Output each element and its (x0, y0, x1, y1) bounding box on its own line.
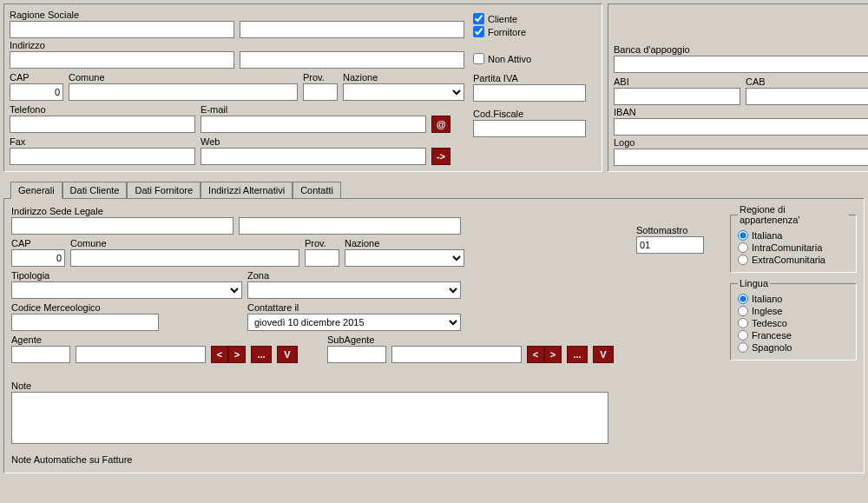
agente-name-input[interactable] (76, 346, 206, 363)
contattare-label: Contattare il (247, 302, 461, 313)
regione-extra-label: ExtraComunitaria (752, 255, 825, 265)
lingua-italiano-label: Italiano (752, 294, 782, 304)
tab-pane-generali: Indirizzo Sede Legale CAP Comune Prov. (3, 198, 865, 473)
fornitore-checkbox[interactable] (473, 26, 484, 37)
logo-label: Logo (614, 137, 868, 148)
regione-group: Regione di appartenenza' Italiana IntraC… (730, 204, 857, 273)
indirizzo-1-input[interactable] (10, 51, 234, 69)
cod-merce-input[interactable] (11, 314, 159, 331)
telefono-input[interactable] (10, 116, 195, 133)
contattare-select[interactable]: giovedì 10 dicembre 2015 (247, 314, 461, 331)
subagente-v-button[interactable]: V (593, 346, 614, 363)
prov-label: Prov. (303, 72, 338, 83)
note-auto-label: Note Automatiche su Fatture (11, 454, 619, 465)
ragione-sociale-2-input[interactable] (240, 21, 464, 38)
tab-indirizzi-alternativi[interactable]: Indirizzi Alternativi (201, 182, 293, 198)
agente-prev-button[interactable]: < (211, 346, 228, 363)
zona-select[interactable] (247, 281, 461, 299)
cab-input[interactable] (746, 88, 868, 105)
lingua-francese-radio[interactable] (738, 330, 748, 341)
ragione-sociale-1-input[interactable] (10, 21, 234, 38)
abi-input[interactable] (614, 88, 740, 105)
cap-input[interactable] (10, 83, 63, 101)
indirizzo-2-input[interactable] (240, 51, 464, 69)
cliente-label: Cliente (488, 14, 517, 24)
sede-legale-2-input[interactable] (239, 217, 461, 235)
web-go-button[interactable]: -> (431, 148, 450, 165)
tab-dati-cliente[interactable]: Dati Cliente (62, 182, 128, 198)
web-input[interactable] (201, 148, 426, 165)
regione-extra-radio[interactable] (738, 255, 748, 265)
subagente-code-input[interactable] (327, 346, 386, 363)
subagente-prev-button[interactable]: < (527, 346, 544, 363)
subagente-label: SubAgente (327, 334, 386, 345)
prov-input[interactable] (303, 83, 338, 101)
banca-panel: Codice 1 Banca d'appoggio ... ABI CAB C/… (608, 3, 868, 172)
non-attivo-checkbox[interactable] (473, 53, 484, 64)
lingua-francese-label: Francese (752, 330, 792, 341)
pane-comune-input[interactable] (70, 249, 299, 267)
lingua-tedesco-radio[interactable] (738, 318, 748, 328)
partita-iva-input[interactable] (473, 84, 586, 102)
cap-label: CAP (10, 72, 63, 83)
pane-cap-input[interactable] (11, 249, 65, 267)
tipologia-select[interactable] (11, 281, 242, 299)
email-input[interactable] (201, 116, 426, 133)
iban-label: IBAN (614, 107, 868, 117)
regione-italiana-label: Italiana (752, 230, 782, 241)
tabs-bar: Generali Dati Cliente Dati Fornitore Ind… (0, 181, 868, 198)
logo-input[interactable] (614, 149, 868, 166)
pane-nazione-select[interactable] (345, 249, 464, 267)
tipologia-label: Tipologia (11, 270, 242, 281)
zona-label: Zona (247, 270, 461, 281)
comune-input[interactable] (69, 83, 298, 101)
subagente-name-input[interactable] (391, 346, 522, 363)
lingua-legend: Lingua (738, 278, 770, 288)
non-attivo-label: Non Attivo (488, 54, 531, 64)
lingua-inglese-label: Inglese (752, 306, 782, 316)
cliente-checkbox[interactable] (473, 13, 484, 24)
lingua-group: Lingua Italiano Inglese Tedesco Francese… (730, 278, 857, 361)
lingua-spagnolo-radio[interactable] (738, 342, 748, 353)
sottomastro-label: Sottomastro (636, 225, 714, 235)
fornitore-label: Fornitore (488, 27, 526, 37)
lingua-italiano-radio[interactable] (738, 294, 748, 304)
ragione-sociale-label: Ragione Sociale (10, 10, 464, 20)
comune-label: Comune (69, 72, 298, 83)
cod-fiscale-input[interactable] (473, 120, 586, 137)
sottomastro-input[interactable] (636, 236, 704, 254)
subagente-next-button[interactable]: > (544, 346, 562, 363)
pane-comune-label: Comune (70, 238, 299, 248)
fax-label: Fax (10, 136, 195, 147)
note-textarea[interactable] (11, 392, 608, 444)
tab-contatti[interactable]: Contatti (293, 182, 341, 198)
sede-legale-label: Indirizzo Sede Legale (11, 206, 619, 216)
pane-prov-input[interactable] (305, 249, 339, 267)
subagente-lookup-button[interactable]: ... (567, 346, 588, 363)
sede-legale-1-input[interactable] (11, 217, 233, 235)
iban-input[interactable] (614, 118, 868, 136)
nazione-label: Nazione (343, 72, 464, 83)
telefono-label: Telefono (10, 104, 195, 115)
agente-v-button[interactable]: V (277, 346, 298, 363)
pane-prov-label: Prov. (305, 238, 339, 248)
regione-italiana-radio[interactable] (738, 230, 748, 241)
lingua-inglese-radio[interactable] (738, 306, 748, 316)
web-label: Web (201, 136, 426, 147)
pane-nazione-label: Nazione (345, 238, 464, 248)
nazione-select[interactable] (343, 83, 464, 101)
regione-intra-radio[interactable] (738, 242, 748, 253)
lingua-spagnolo-label: Spagnolo (752, 342, 792, 353)
banca-label: Banca d'appoggio (614, 44, 868, 55)
agente-lookup-button[interactable]: ... (251, 346, 272, 363)
banca-input[interactable] (614, 56, 868, 73)
email-at-button[interactable]: @ (431, 116, 450, 133)
cod-fiscale-label: Cod.Fiscale (473, 109, 596, 119)
note-label: Note (11, 381, 619, 391)
agente-next-button[interactable]: > (228, 346, 246, 363)
tab-dati-fornitore[interactable]: Dati Fornitore (127, 182, 201, 198)
lingua-tedesco-label: Tedesco (752, 318, 787, 328)
fax-input[interactable] (10, 148, 195, 165)
tab-generali[interactable]: Generali (10, 182, 62, 199)
agente-code-input[interactable] (11, 346, 70, 363)
